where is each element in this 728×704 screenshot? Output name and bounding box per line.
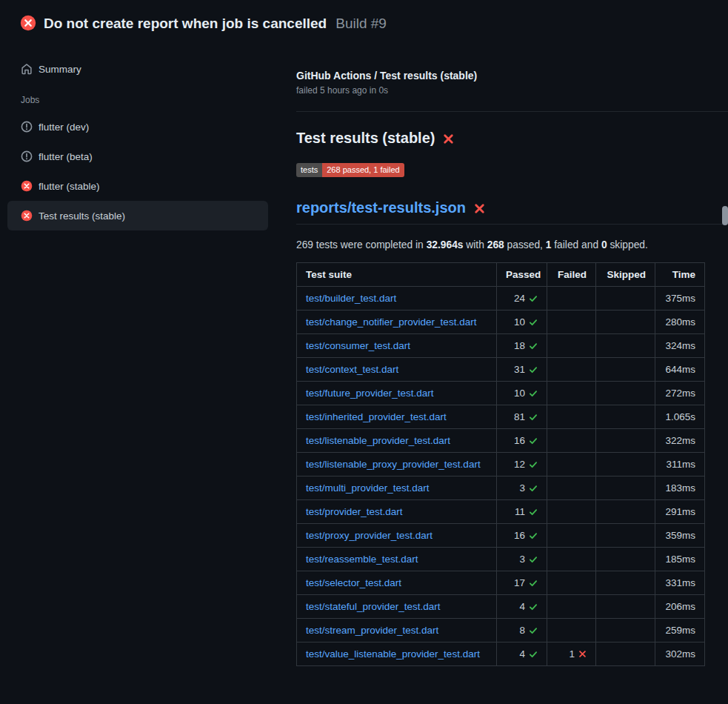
skipped-cell [596,595,655,619]
passed-cell: 3 [497,548,547,571]
time-cell: 322ms [655,429,705,453]
column-header-skipped: Skipped [596,263,655,287]
job-label: flutter (dev) [39,122,89,133]
table-header-row: Test suite Passed Failed Skipped Time [297,263,705,287]
check-icon [529,531,538,540]
suite-cell: test/builder_test.dart [297,287,497,311]
sidebar-item-summary[interactable]: Summary [7,54,268,84]
sidebar-item-flutter-stable[interactable]: flutter (stable) [7,171,268,201]
skipped-cell [596,287,655,311]
passed-cell: 18 [497,334,547,358]
column-header-passed: Passed [497,263,547,287]
suite-cell: test/multi_provider_test.dart [297,476,497,500]
skipped-cell [596,642,655,666]
failed-cell [547,595,596,619]
skipped-cell [596,500,655,524]
failed-cell [547,619,596,642]
suite-cell: test/value_listenable_provider_test.dart [297,642,497,666]
time-cell: 291ms [655,500,705,524]
suite-link[interactable]: test/stream_provider_test.dart [306,625,438,636]
tests-badge: tests 268 passed, 1 failed [296,163,404,177]
table-row: test/future_provider_test.dart 10 272ms [297,382,705,405]
skipped-cell [596,334,655,358]
failed-cell [547,548,596,571]
suite-link[interactable]: test/value_listenable_provider_test.dart [306,648,480,660]
skipped-cell [596,476,655,500]
suite-link[interactable]: test/stateful_provider_test.dart [306,601,441,612]
table-row: test/reassemble_test.dart 3 185ms [297,548,705,571]
table-row: test/builder_test.dart 24 375ms [297,287,705,311]
suite-cell: test/listenable_provider_test.dart [297,429,497,453]
suite-link[interactable]: test/listenable_proxy_provider_test.dart [306,459,481,470]
suite-link[interactable]: test/future_provider_test.dart [306,388,434,399]
table-row: test/stateful_provider_test.dart 4 206ms [297,595,705,619]
summary-skipped: 0 [601,239,607,250]
time-cell: 272ms [655,382,705,405]
passed-cell: 11 [497,500,547,524]
report-link[interactable]: reports/test-results.json [296,199,466,216]
table-row: test/stream_provider_test.dart 8 259ms [297,619,705,642]
skipped-cell [596,382,655,405]
check-icon [529,484,538,493]
failed-cell [547,405,596,429]
sidebar-summary-label: Summary [39,64,81,75]
failed-x-icon [474,203,485,214]
build-number: Build #9 [335,16,387,32]
failed-cell [547,429,596,453]
passed-cell: 16 [497,524,547,548]
failed-cell: 1 [547,642,596,666]
suite-link[interactable]: test/provider_test.dart [306,506,403,517]
suite-link[interactable]: test/multi_provider_test.dart [306,482,430,494]
failed-cell [547,382,596,405]
skipped-cell [596,524,655,548]
suite-cell: test/future_provider_test.dart [297,382,497,405]
suite-link[interactable]: test/context_test.dart [306,364,398,375]
sidebar-item-flutter-beta[interactable]: flutter (beta) [7,142,268,171]
column-header-failed: Failed [547,263,596,287]
skipped-cell [596,571,655,595]
suite-link[interactable]: test/proxy_provider_test.dart [306,530,433,541]
check-icon [529,413,538,422]
table-body: test/builder_test.dart 24 375ms test/cha… [297,287,705,666]
suite-link[interactable]: test/inherited_provider_test.dart [306,411,447,422]
suite-link[interactable]: test/builder_test.dart [306,293,396,304]
passed-cell: 4 [497,642,547,666]
failed-status-icon [21,180,33,192]
suite-link[interactable]: test/listenable_provider_test.dart [306,435,450,446]
skipped-cell [596,311,655,334]
suite-link[interactable]: test/consumer_test.dart [306,340,410,351]
failed-cell [547,334,596,358]
suite-cell: test/reassemble_test.dart [297,548,497,571]
passed-cell: 12 [497,453,547,476]
suite-link[interactable]: test/change_notifier_provider_test.dart [306,316,476,328]
suite-link[interactable]: test/selector_test.dart [306,577,401,588]
sidebar-item-flutter-dev[interactable]: flutter (dev) [7,112,268,142]
breadcrumb: GitHub Actions / Test results (stable) [296,70,728,82]
run-title: Do not create report when job is cancell… [44,16,327,32]
suite-link[interactable]: test/reassemble_test.dart [306,554,418,565]
section-title: Test results (stable) [296,130,728,147]
suite-cell: test/listenable_proxy_provider_test.dart [297,453,497,476]
summary-prefix: 269 tests were completed in [296,239,427,250]
suite-cell: test/consumer_test.dart [297,334,497,358]
divider [296,111,728,112]
time-cell: 206ms [655,595,705,619]
sidebar-item-test-results-stable[interactable]: Test results (stable) [7,201,268,230]
home-icon [21,63,33,75]
suite-cell: test/context_test.dart [297,358,497,382]
suite-cell: test/inherited_provider_test.dart [297,405,497,429]
skipped-cell [596,453,655,476]
time-cell: 1.065s [655,405,705,429]
failed-cell [547,571,596,595]
table-row: test/listenable_provider_test.dart 16 32… [297,429,705,453]
table-row: test/multi_provider_test.dart 3 183ms [297,476,705,500]
neutral-status-icon [21,121,33,133]
scrollbar-thumb[interactable] [722,206,728,225]
failed-cell [547,358,596,382]
sidebar: Summary Jobs flutter (dev) [0,41,296,230]
skipped-cell [596,358,655,382]
time-cell: 324ms [655,334,705,358]
check-icon [529,389,538,398]
passed-cell: 10 [497,311,547,334]
suite-cell: test/selector_test.dart [297,571,497,595]
